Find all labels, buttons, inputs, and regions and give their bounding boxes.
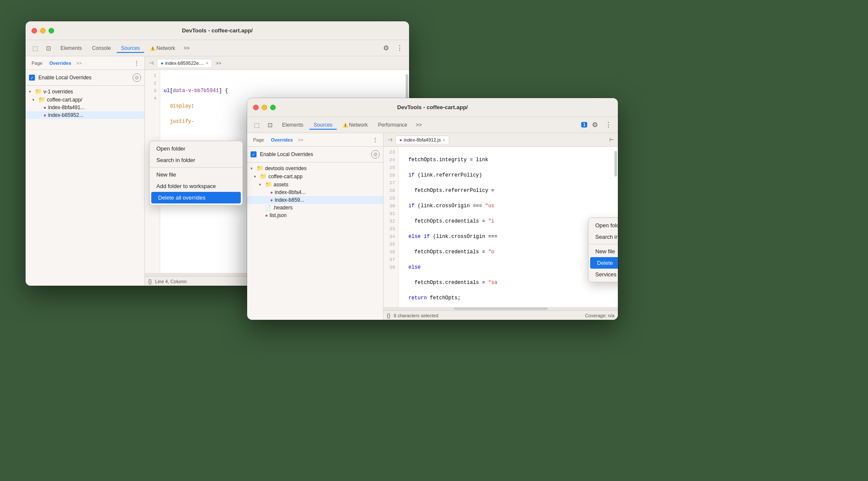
sidebar-more-front[interactable]: >>	[298, 137, 303, 142]
sidebar-tab-page-back[interactable]: Page	[29, 60, 45, 67]
sidebar-tab-overrides-back[interactable]: Overrides	[47, 60, 74, 67]
titlebar-front: DevTools - coffee-cart.app/	[247, 98, 618, 117]
sidebar-tabs-front: Page Overrides >> ⋮	[247, 133, 383, 147]
h-scrollbar-thumb-front[interactable]	[454, 307, 548, 310]
more-options-icon-back[interactable]: ⋮	[394, 42, 406, 54]
status-text-front: 6 characters selected	[394, 313, 438, 318]
file-tree-back: ▾ 📁 v-1 overrides ▾ 📁 coffee-cart.app/ ▸…	[26, 86, 144, 286]
enable-overrides-checkbox-front[interactable]: ✓	[251, 151, 257, 157]
tree-item-index-b859[interactable]: ▸ ● index-b85952...	[26, 111, 144, 119]
tree-item-headers[interactable]: ▸ 📄 .headers	[247, 204, 383, 212]
sidebar-tab-page-front[interactable]: Page	[251, 136, 267, 143]
menu-item-delete-overrides-back[interactable]: Delete all overrides	[151, 192, 241, 203]
overrides-panel-front: ✓ Enable Local Overrides ⊘	[247, 147, 383, 162]
select-element-icon-front[interactable]: ⬚	[251, 119, 262, 131]
editor-tab-close-back[interactable]: ×	[206, 61, 208, 66]
tab-network-back[interactable]: Network	[146, 43, 179, 53]
sidebar-tab-overrides-front[interactable]: Overrides	[268, 136, 295, 143]
sidebar-toggle-back[interactable]: ⊣	[147, 58, 156, 68]
more-options-icon-front[interactable]: ⋮	[603, 119, 614, 131]
coverage-text-front: Coverage: n/a	[585, 313, 614, 318]
minimize-button-back[interactable]	[40, 28, 46, 33]
menu-item-services-front[interactable]: Services ›	[588, 269, 618, 280]
settings-icon-front[interactable]: ⚙	[589, 119, 601, 131]
menu-separator-front	[588, 244, 618, 244]
menu-item-open-folder-front[interactable]: Open folder	[588, 220, 618, 231]
status-text-back: Line 4, Column	[155, 279, 187, 284]
more-tabs-back[interactable]: >>	[181, 44, 192, 52]
device-mode-icon[interactable]: ⊡	[43, 42, 55, 54]
more-tabs-front[interactable]: >>	[413, 121, 424, 129]
sidebar-actions-front: ⋮	[370, 135, 380, 145]
close-button-back[interactable]	[32, 28, 37, 33]
enable-overrides-label-front: Enable Local Overrides	[260, 151, 368, 157]
tree-item-index-8bfa[interactable]: ▸ ● index-8bfa491...	[26, 104, 144, 111]
enable-overrides-checkbox-back[interactable]: ✓	[29, 75, 35, 81]
device-mode-icon-front[interactable]: ⊡	[264, 119, 276, 131]
sidebar-action-more-front[interactable]: ⋮	[370, 135, 380, 145]
code-content-front[interactable]: fetchOpts.integrity = link if (link.refe…	[399, 147, 618, 307]
sidebar-action-more-back[interactable]: ⋮	[132, 58, 141, 68]
select-element-icon[interactable]: ⬚	[29, 42, 41, 54]
editor-tab-file-back[interactable]: ● index-b859522e.... ×	[157, 59, 212, 67]
code-area-front[interactable]: 23242526 27282930 31323334 35363738 fetc…	[384, 147, 618, 307]
tree-item-coffee-cart-front[interactable]: ▾ 📁 coffee-cart.app	[247, 172, 383, 180]
sidebar-more-back[interactable]: >>	[76, 61, 82, 66]
menu-item-new-file-back[interactable]: New file	[150, 169, 242, 180]
minimize-button-front[interactable]	[262, 104, 267, 110]
editor-tab-label-front: index-8bfa4912.js	[404, 137, 441, 142]
maximize-button-front[interactable]	[270, 104, 276, 110]
tab-elements-back[interactable]: Elements	[56, 43, 86, 53]
status-icon-back: {}	[148, 278, 152, 284]
devtools-window-front: DevTools - coffee-cart.app/ ⬚ ⊡ Elements…	[247, 98, 618, 320]
editor-tab-file-front[interactable]: ● index-8bfa4912.js ×	[395, 136, 449, 144]
h-scrollbar-front[interactable]	[384, 307, 618, 310]
editor-tab-close-front[interactable]: ×	[443, 137, 445, 142]
close-button-front[interactable]	[253, 104, 259, 110]
clear-overrides-btn-back[interactable]: ⊘	[133, 73, 141, 82]
tab-performance-front[interactable]: Performance	[374, 120, 412, 130]
editor-area-front: ⊣ ● index-8bfa4912.js × ⊢ 23242526 27282…	[384, 133, 618, 320]
menu-item-new-file-front[interactable]: New file	[588, 246, 618, 257]
tab-sources-back[interactable]: Sources	[117, 43, 144, 53]
line-numbers-front: 23242526 27282930 31323334 35363738	[384, 147, 399, 307]
menu-item-open-folder-back[interactable]: Open folder	[150, 143, 242, 154]
tab-elements-front[interactable]: Elements	[278, 120, 308, 130]
context-menu-back: Open folder Search in folder New file Ad…	[149, 141, 243, 206]
enable-overrides-label-back: Enable Local Overrides	[38, 75, 129, 81]
editor-tab-more-back[interactable]: >>	[213, 60, 224, 67]
scrollbar-back[interactable]	[406, 74, 408, 100]
tree-item-coffee-cart-app[interactable]: ▾ 📁 coffee-cart.app/	[26, 96, 144, 104]
sidebar-toggle-front[interactable]: ⊣	[385, 135, 395, 145]
tree-item-list-json[interactable]: ▸ ● list.json	[247, 212, 383, 219]
sidebar-front: Page Overrides >> ⋮ ✓ Enable Local Overr…	[247, 133, 384, 320]
tab-sources-front[interactable]: Sources	[309, 120, 337, 130]
clear-overrides-btn-front[interactable]: ⊘	[371, 150, 380, 159]
menu-separator-back	[150, 167, 242, 168]
file-icon-tab-front: ●	[399, 137, 402, 142]
code-lines-front: 23242526 27282930 31323334 35363738 fetc…	[384, 147, 618, 307]
sidebar-tabs-back: Page Overrides >> ⋮	[26, 56, 144, 70]
menu-item-add-folder-back[interactable]: Add folder to workspace	[150, 180, 242, 192]
tree-item-index-8bfa-front[interactable]: ▸ ● index-8bfa4...	[247, 188, 383, 196]
traffic-lights-back	[32, 28, 54, 33]
tree-item-v1-overrides[interactable]: ▾ 📁 v-1 overrides	[26, 87, 144, 96]
menu-item-search-folder-back[interactable]: Search in folder	[150, 154, 242, 166]
status-bar-front: {} 6 characters selected Coverage: n/a	[384, 310, 618, 320]
menu-item-delete-front[interactable]: Delete	[590, 257, 618, 269]
sidebar-actions-back: ⋮	[132, 58, 141, 68]
settings-icon-back[interactable]: ⚙	[380, 42, 392, 54]
scrollbar-front[interactable]	[614, 151, 617, 177]
window-title-front: DevTools - coffee-cart.app/	[397, 104, 468, 110]
menu-item-search-folder-front[interactable]: Search in folder	[588, 231, 618, 243]
tab-console-back[interactable]: Console	[88, 43, 115, 53]
editor-tabs-front: ⊣ ● index-8bfa4912.js × ⊢	[384, 133, 618, 147]
tree-item-index-b859-front[interactable]: ▸ ● index-b859...	[247, 196, 383, 204]
panel-toggle-front[interactable]: ⊢	[607, 135, 616, 145]
panel-layout-front: Page Overrides >> ⋮ ✓ Enable Local Overr…	[247, 133, 618, 320]
tree-item-assets[interactable]: ▾ 📁 assets	[247, 180, 383, 188]
tree-item-devtools-overrides[interactable]: ▾ 📁 devtools overrides	[247, 164, 383, 172]
editor-tabs-back: ⊣ ● index-b859522e.... × >>	[145, 56, 409, 70]
tab-network-front[interactable]: Network	[338, 120, 372, 130]
maximize-button-back[interactable]	[49, 28, 54, 33]
